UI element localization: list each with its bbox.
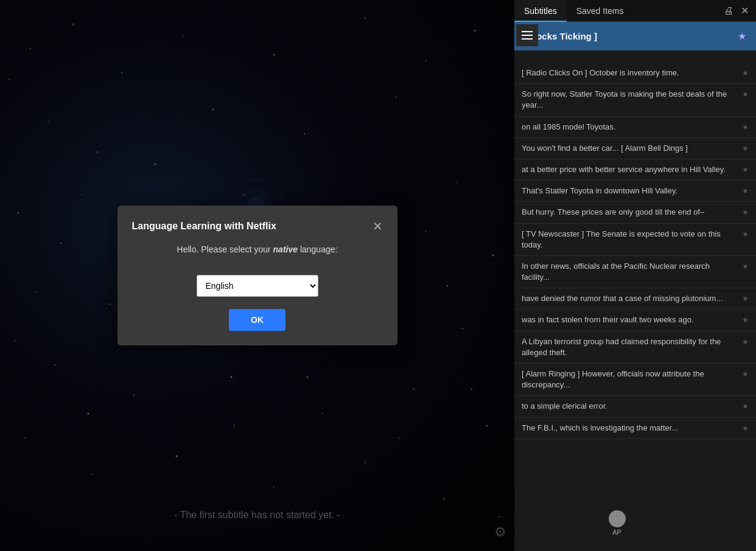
subtitle-star-button[interactable]: ★ <box>742 89 749 99</box>
panel-tabs: Subtitles Saved Items 🖨 ✕ <box>514 0 756 22</box>
subtitle-item-text: was in fact stolen from their vault two … <box>522 314 742 325</box>
subtitle-item-text: to a simple clerical error. <box>522 401 742 412</box>
subtitle-item[interactable]: In other news, officials at the Pacific … <box>514 256 756 288</box>
subtitle-star-button[interactable]: ★ <box>742 401 749 411</box>
subtitle-star-button[interactable]: ★ <box>742 293 749 303</box>
subtitle-item-text: have denied the rumor that a case of mis… <box>522 293 742 304</box>
modal-close-button[interactable]: ✕ <box>373 220 383 232</box>
print-button[interactable]: 🖨 <box>721 3 736 19</box>
subtitle-star-button[interactable]: ★ <box>742 336 749 346</box>
subtitle-item-text: A Libyan terrorist group had claimed res… <box>522 336 742 358</box>
subtitle-star-button[interactable]: ★ <box>742 122 749 131</box>
right-panel: Subtitles Saved Items 🖨 ✕ [ Clocks Ticki… <box>514 0 756 551</box>
subtitle-item[interactable]: have denied the rumor that a case of mis… <box>514 288 756 310</box>
menu-bar-3 <box>522 38 533 40</box>
subtitle-item[interactable]: [ Alarm Ringing ] However, officials now… <box>514 364 756 396</box>
subtitle-item-text: on all 1985 model Toyotas. <box>522 122 742 133</box>
ap-circle <box>609 510 626 527</box>
subtitle-item[interactable]: on all 1985 model Toyotas.★ <box>514 117 756 138</box>
subtitle-star-button[interactable]: ★ <box>742 68 749 77</box>
subtitle-list[interactable]: [ Radio Clicks On ] October is inventory… <box>514 63 756 551</box>
subtitle-star-button[interactable]: ★ <box>742 261 749 271</box>
subtitle-item-text: [ Alarm Ringing ] However, officials now… <box>522 369 742 390</box>
modal-overlay: Language Learning with Netflix ✕ Hello. … <box>0 0 514 551</box>
modal-header: Language Learning with Netflix ✕ <box>132 220 383 232</box>
subtitle-star-button[interactable]: ★ <box>742 143 749 153</box>
ap-button-area[interactable]: AP <box>487 510 747 536</box>
current-subtitle-star[interactable]: ★ <box>735 28 749 44</box>
subtitle-item[interactable]: You won't find a better car... [ Alarm B… <box>514 138 756 159</box>
panel-tab-actions: 🖨 ✕ <box>721 2 756 19</box>
menu-bar-1 <box>522 31 533 32</box>
panel-close-button[interactable]: ✕ <box>738 2 751 19</box>
subtitle-item-text: In other news, officials at the Pacific … <box>522 261 742 283</box>
subtitle-star-button[interactable]: ★ <box>742 207 749 217</box>
language-select[interactable]: EnglishSpanishFrenchGermanJapaneseChines… <box>197 275 318 297</box>
tab-subtitles[interactable]: Subtitles <box>514 0 567 22</box>
ok-button[interactable]: OK <box>229 309 285 331</box>
subtitle-item[interactable]: to a simple clerical error.★ <box>514 396 756 417</box>
subtitle-item-text: You won't find a better car... [ Alarm B… <box>522 143 742 154</box>
subtitle-item-text: But hurry. These prices are only good ti… <box>522 207 742 218</box>
subtitle-item-text: That's Statler Toyota in downtown Hill V… <box>522 185 742 196</box>
subtitle-item[interactable]: [ TV Newscaster ] The Senate is expected… <box>514 224 756 256</box>
modal-body: Hello. Please select your native languag… <box>132 244 383 331</box>
ap-label: AP <box>612 528 621 536</box>
subtitle-star-button[interactable]: ★ <box>742 423 749 432</box>
modal-title: Language Learning with Netflix <box>132 221 276 232</box>
subtitle-item[interactable]: A Libyan terrorist group had claimed res… <box>514 331 756 364</box>
modal-prompt: Hello. Please select your native languag… <box>132 244 383 254</box>
subtitle-star-button[interactable]: ★ <box>742 369 749 378</box>
tab-saved-items[interactable]: Saved Items <box>567 0 634 22</box>
subtitle-star-button[interactable]: ★ <box>742 229 749 238</box>
print-icon: 🖨 <box>724 5 733 16</box>
subtitle-item-text: at a better price with better service an… <box>522 164 742 175</box>
language-modal: Language Learning with Netflix ✕ Hello. … <box>117 206 397 345</box>
subtitle-star-button[interactable]: ★ <box>742 164 749 174</box>
current-subtitle-bar[interactable]: [ Clocks Ticking ] ★ <box>514 22 756 50</box>
subtitle-star-button[interactable]: ★ <box>742 314 749 324</box>
subtitle-item[interactable]: was in fact stolen from their vault two … <box>514 310 756 331</box>
menu-button[interactable] <box>516 24 538 46</box>
subtitle-item[interactable]: The F.B.I., which is investigating the m… <box>514 418 756 439</box>
subtitle-star-button[interactable]: ★ <box>742 185 749 195</box>
subtitle-item[interactable]: That's Statler Toyota in downtown Hill V… <box>514 181 756 202</box>
subtitle-item[interactable]: at a better price with better service an… <box>514 159 756 181</box>
subtitle-item[interactable]: So right now, Statler Toyota is making t… <box>514 84 756 116</box>
subtitle-item-text: The F.B.I., which is investigating the m… <box>522 423 742 434</box>
subtitle-item-text: [ TV Newscaster ] The Senate is expected… <box>522 229 742 251</box>
subtitle-item-text: [ Radio Clicks On ] October is inventory… <box>522 68 742 78</box>
close-icon: ✕ <box>741 5 749 16</box>
subtitle-item-text: So right now, Statler Toyota is making t… <box>522 89 742 111</box>
subtitle-item[interactable]: [ Radio Clicks On ] October is inventory… <box>514 63 756 84</box>
subtitle-item[interactable]: But hurry. These prices are only good ti… <box>514 202 756 223</box>
subtitle-spacer <box>514 50 756 63</box>
menu-bar-2 <box>522 35 533 36</box>
